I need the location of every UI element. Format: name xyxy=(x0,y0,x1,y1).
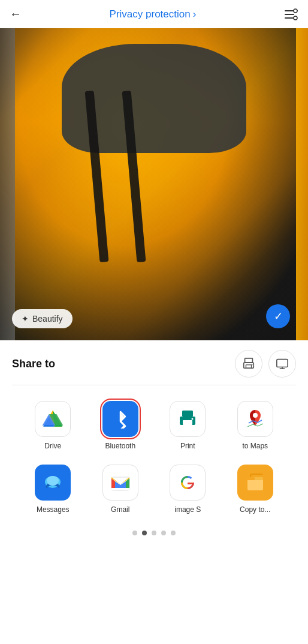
filter-button[interactable] xyxy=(284,8,298,21)
svg-point-23 xyxy=(47,476,59,486)
back-button[interactable]: ← xyxy=(10,7,22,21)
app-item-bluetooth[interactable]: Bluetooth xyxy=(87,395,155,456)
maps-label: to Maps xyxy=(242,442,268,450)
app-item-maps[interactable]: to Maps xyxy=(222,395,289,456)
beautify-button[interactable]: ✦ Beautify xyxy=(12,309,73,328)
beautify-label: Beautify xyxy=(32,314,63,324)
divider xyxy=(12,385,296,385)
gmail-label: Gmail xyxy=(111,505,129,514)
drive-icon xyxy=(35,401,71,437)
gmail-icon xyxy=(102,465,138,501)
print-button[interactable] xyxy=(235,350,262,378)
app-item-gmail[interactable]: Gmail xyxy=(87,459,155,520)
svg-rect-18 xyxy=(183,420,192,425)
app-item-drive[interactable]: Drive xyxy=(19,395,87,456)
app-grid: Drive Bluetooth xyxy=(12,395,296,520)
page-dots xyxy=(12,520,296,547)
page-title[interactable]: Privacy protection › xyxy=(110,8,197,20)
svg-rect-5 xyxy=(245,358,253,363)
app-item-messages[interactable]: Messages xyxy=(19,459,87,520)
app-item-print[interactable]: Print xyxy=(154,395,222,456)
dot-4 xyxy=(161,531,166,535)
drive-label: Drive xyxy=(44,442,61,450)
share-section: Share to xyxy=(0,340,308,552)
svg-point-4 xyxy=(294,16,297,20)
header: ← Privacy protection › xyxy=(0,0,308,28)
svg-rect-9 xyxy=(277,360,288,367)
google-icon xyxy=(170,465,206,501)
bluetooth-label: Bluetooth xyxy=(105,442,135,450)
svg-rect-30 xyxy=(247,477,255,480)
maps-icon xyxy=(237,401,273,437)
messages-label: Messages xyxy=(37,505,70,514)
star-icon: ✦ xyxy=(22,314,29,324)
app-item-copy[interactable]: Copy to... xyxy=(222,459,289,520)
svg-point-20 xyxy=(253,413,258,418)
share-header: Share to xyxy=(12,350,296,378)
select-check[interactable]: ✓ xyxy=(266,304,290,328)
dot-1 xyxy=(132,531,137,535)
share-title: Share to xyxy=(12,358,55,370)
google-label: image S xyxy=(174,505,201,514)
svg-rect-7 xyxy=(246,365,251,369)
share-actions xyxy=(235,350,296,378)
car-image-container: ✦ Beautify ✓ xyxy=(0,28,308,340)
messages-icon xyxy=(35,465,71,501)
dot-2 xyxy=(142,531,147,535)
print-label: Print xyxy=(180,442,195,450)
chevron-icon: › xyxy=(193,8,197,20)
dot-3 xyxy=(152,531,156,535)
app-item-google[interactable]: image S xyxy=(154,459,222,520)
svg-point-19 xyxy=(192,418,194,420)
svg-point-8 xyxy=(252,364,253,365)
print-icon xyxy=(170,401,206,437)
copy-label: Copy to... xyxy=(240,505,270,514)
svg-rect-6 xyxy=(244,363,254,368)
copy-icon xyxy=(237,465,273,501)
screen-button[interactable] xyxy=(268,350,296,378)
car-image xyxy=(0,28,308,340)
svg-point-3 xyxy=(294,9,297,13)
svg-rect-16 xyxy=(182,411,193,417)
bluetooth-icon xyxy=(102,401,138,437)
title-text: Privacy protection xyxy=(110,8,191,20)
dot-5 xyxy=(171,531,176,535)
